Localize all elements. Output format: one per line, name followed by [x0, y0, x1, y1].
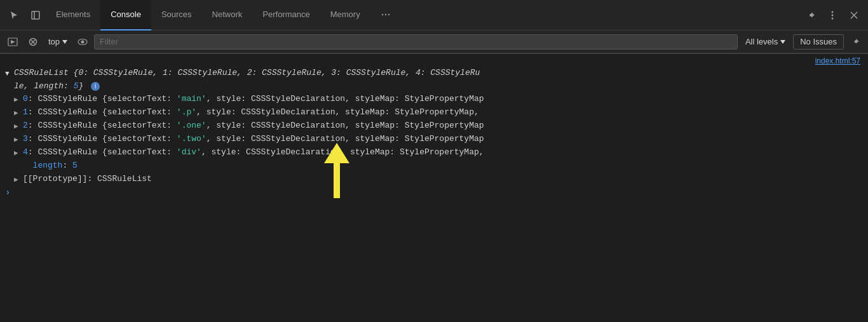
object-header-line[interactable]: ▼ CSSRuleList {0: CSSStyleRule, 1: CSSSt…: [0, 67, 868, 80]
console-content: index.html:57 ▼ CSSRuleList {0: CSSStyle…: [0, 54, 868, 322]
svg-rect-0: [32, 11, 39, 19]
cursor-icon-btn[interactable]: [4, 5, 24, 25]
issues-counter[interactable]: No Issues: [793, 34, 844, 50]
object-header-line2: le, length: 5} i: [0, 80, 868, 93]
prompt-symbol: ›: [5, 187, 10, 198]
context-selector[interactable]: top: [44, 36, 71, 48]
expand-arrow-proto[interactable]: ▶: [14, 173, 23, 185]
rule-0-text: 0: CSSStyleRule {selectorText: 'main', s…: [23, 93, 484, 105]
rule-4-line[interactable]: ▶ 4: CSSStyleRule {selectorText: 'div', …: [0, 146, 868, 159]
prototype-line[interactable]: ▶ [[Prototype]]: CSSRuleList: [0, 173, 868, 186]
tab-memory[interactable]: Memory: [320, 0, 370, 30]
svg-marker-15: [62, 40, 67, 44]
svg-marker-18: [780, 40, 785, 44]
tab-bar: Elements Console Sources Network Perform…: [0, 0, 868, 30]
expand-arrow-3[interactable]: ▶: [14, 133, 23, 145]
expand-arrow-4[interactable]: ▶: [14, 147, 23, 159]
tab-console[interactable]: Console: [100, 0, 151, 30]
close-icon-btn[interactable]: [844, 5, 864, 25]
svg-point-4: [388, 13, 389, 15]
dock-icon-btn[interactable]: [25, 5, 46, 25]
object-header-text: CSSRuleList {0: CSSStyleRule, 1: CSSStyl…: [14, 67, 480, 79]
svg-point-3: [384, 13, 386, 15]
rule-0-line[interactable]: ▶ 0: CSSStyleRule {selectorText: 'main',…: [0, 93, 868, 106]
svg-point-17: [81, 40, 85, 43]
length-line: ▶ length: 5: [0, 159, 868, 173]
rule-2-text: 2: CSSStyleRule {selectorText: '.one', s…: [23, 120, 484, 131]
length-text: length: 5: [23, 160, 78, 171]
arrow-tip: [324, 143, 349, 163]
rule-3-text: 3: CSSStyleRule {selectorText: '.two', s…: [23, 133, 484, 145]
expand-arrow[interactable]: ▼: [5, 67, 14, 79]
arrow-body: [334, 163, 340, 198]
tab-sources[interactable]: Sources: [151, 0, 202, 30]
log-level-dropdown[interactable]: All levels: [740, 36, 790, 48]
prompt-line[interactable]: ›: [0, 186, 868, 199]
rule-1-text: 1: CSSStyleRule {selectorText: '.p', sty…: [23, 107, 479, 118]
file-link[interactable]: index.html:57: [815, 57, 860, 65]
file-link-row: index.html:57: [0, 54, 868, 67]
svg-point-5: [832, 11, 834, 13]
svg-point-2: [381, 13, 383, 15]
svg-marker-11: [11, 40, 15, 44]
svg-point-7: [832, 17, 834, 19]
tab-more[interactable]: [370, 0, 401, 30]
settings-icon-btn[interactable]: [801, 5, 821, 25]
execute-icon-btn[interactable]: [4, 33, 22, 51]
filter-input[interactable]: [94, 34, 738, 50]
expand-arrow-2[interactable]: ▶: [14, 120, 23, 132]
tab-performance[interactable]: Performance: [252, 0, 320, 30]
tab-elements[interactable]: Elements: [46, 0, 100, 30]
tab-network[interactable]: Network: [202, 0, 253, 30]
expand-arrow-1[interactable]: ▶: [14, 107, 23, 119]
eye-icon-btn[interactable]: [74, 33, 92, 51]
rule-4-text: 4: CSSStyleRule {selectorText: 'div', st…: [23, 147, 484, 158]
console-settings-icon-btn[interactable]: [846, 33, 864, 51]
svg-point-6: [832, 14, 834, 16]
prototype-text: [[Prototype]]: CSSRuleList: [23, 173, 152, 185]
expand-arrow-0[interactable]: ▶: [14, 93, 23, 105]
rule-3-line[interactable]: ▶ 3: CSSStyleRule {selectorText: '.two',…: [0, 133, 868, 146]
clear-icon-btn[interactable]: [24, 33, 42, 51]
toolbar: top All levels No Issues: [0, 30, 868, 53]
rule-1-line[interactable]: ▶ 1: CSSStyleRule {selectorText: '.p', s…: [0, 106, 868, 119]
object-header-text2: le, length: 5} i: [14, 81, 100, 92]
more-options-icon-btn[interactable]: [822, 5, 843, 25]
rule-2-line[interactable]: ▶ 2: CSSStyleRule {selectorText: '.one',…: [0, 119, 868, 133]
yellow-arrow-annotation: [324, 143, 349, 198]
